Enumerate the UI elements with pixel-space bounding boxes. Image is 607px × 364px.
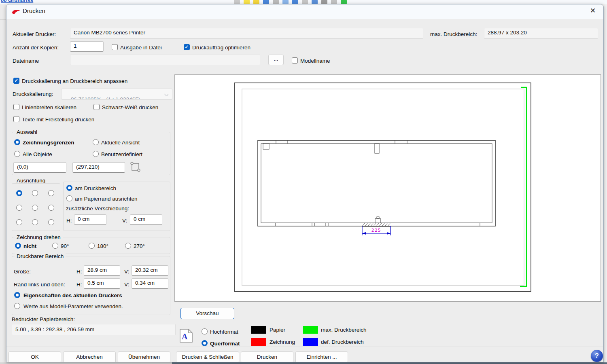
radio-benutzerdefiniert[interactable] bbox=[93, 151, 99, 157]
radio-rotate-90-label: 90° bbox=[61, 243, 69, 250]
linewidths-checkbox[interactable] bbox=[13, 104, 19, 110]
bw-label: Schwarz-Weiß drucken bbox=[102, 104, 158, 111]
dialog-titlebar: Drucken ✕ bbox=[6, 4, 603, 19]
shift-h-input[interactable]: 0 cm bbox=[74, 214, 106, 225]
optimize-checkbox[interactable] bbox=[184, 44, 190, 50]
setup-button[interactable]: Einrichten ... bbox=[295, 351, 348, 362]
printer-field[interactable]: Canon MB2700 series Printer bbox=[70, 28, 423, 39]
bw-checkbox[interactable] bbox=[93, 104, 100, 110]
linewidths-label: Linienbreiten skalieren bbox=[22, 104, 76, 111]
app-logo-icon bbox=[12, 9, 21, 15]
radio-model-params-label: Werte aus Modell-Parameter verwenden. bbox=[23, 303, 123, 310]
range-from-input[interactable]: (0,0) bbox=[13, 162, 66, 173]
radio-am-papierrand[interactable] bbox=[66, 195, 72, 201]
radio-rotate-270-label: 270° bbox=[134, 243, 145, 250]
radio-zeichnungsgrenzen-label: Zeichnungsgrenzen bbox=[23, 140, 74, 146]
dialog-title: Drucken bbox=[23, 7, 45, 14]
radio-hochformat-label: Hochformat bbox=[210, 329, 238, 335]
legend-swatch-max-druckbereich bbox=[303, 326, 318, 334]
radio-printer-properties[interactable] bbox=[14, 292, 20, 298]
radio-rotate-180[interactable] bbox=[89, 243, 95, 249]
size-h-input[interactable]: 28.9 cm bbox=[84, 265, 120, 276]
align-radio-9[interactable] bbox=[48, 219, 54, 225]
shift-v-input[interactable]: 0 cm bbox=[130, 214, 162, 225]
margin-h-input[interactable]: 0.5 cm bbox=[84, 278, 120, 289]
legend-swatch-zeichnung bbox=[251, 338, 266, 346]
fit-to-printarea-checkbox[interactable] bbox=[13, 78, 19, 84]
shift-label: zusätzliche Verschiebung: bbox=[66, 205, 129, 212]
knockout-checkbox[interactable] bbox=[13, 116, 19, 122]
size-v-label: V: bbox=[124, 269, 129, 275]
help-button[interactable]: ? bbox=[591, 350, 603, 362]
background-app-top-strip: 00 Grundriss bbox=[0, 0, 607, 4]
legend-label-def-druckbereich: def. Druckbereich bbox=[321, 339, 364, 345]
radio-alle-objekte-label: Alle Objekte bbox=[23, 151, 52, 158]
print-button[interactable]: Drucken bbox=[241, 351, 293, 362]
align-radio-5[interactable] bbox=[32, 205, 38, 211]
copies-input[interactable]: 1 bbox=[70, 41, 104, 52]
auswahl-title: Auswahl bbox=[15, 129, 39, 135]
align-radio-7[interactable] bbox=[16, 219, 22, 225]
margin-h-label: H: bbox=[76, 281, 82, 288]
vorschau-button[interactable]: Vorschau bbox=[180, 308, 234, 319]
margin-v-label: V: bbox=[124, 281, 129, 288]
modelname-checkbox[interactable] bbox=[292, 57, 298, 63]
scaling-dropdown[interactable]: 96.761905% (1 : 1.033465) bbox=[61, 89, 172, 99]
radio-querformat-label: Querformat bbox=[210, 341, 240, 347]
radio-rotate-180-label: 180° bbox=[97, 243, 108, 250]
background-app-bottom-strip bbox=[0, 362, 607, 364]
background-doc-tab: 00 Grundriss bbox=[1, 0, 33, 3]
preview-canvas: 225 bbox=[175, 75, 601, 301]
apply-button[interactable]: Übernehmen bbox=[118, 351, 170, 362]
ok-button[interactable]: OK bbox=[8, 351, 61, 362]
shift-h-label: H: bbox=[66, 218, 72, 224]
filename-input[interactable] bbox=[70, 55, 260, 65]
margin-v-input[interactable]: 0.34 cm bbox=[132, 278, 168, 289]
legend-label-papier: Papier bbox=[270, 327, 285, 333]
radio-rotate-90[interactable] bbox=[52, 243, 58, 249]
radio-am-papierrand-label: am Papierrand ausrichten bbox=[75, 196, 138, 202]
max-printarea-field: 288.97 x 203.20 bbox=[484, 28, 598, 39]
radio-alle-objekte[interactable] bbox=[14, 151, 20, 157]
align-radio-8[interactable] bbox=[32, 219, 38, 225]
range-to-input[interactable]: (297,210) bbox=[72, 162, 125, 173]
align-radio-2[interactable] bbox=[32, 190, 38, 196]
align-radio-6[interactable] bbox=[48, 205, 54, 211]
align-radio-1[interactable] bbox=[16, 190, 22, 196]
radio-am-druckbereich[interactable] bbox=[66, 185, 72, 191]
align-radio-4[interactable] bbox=[16, 205, 22, 211]
align-radio-3[interactable] bbox=[48, 190, 54, 196]
rubber-band-select-icon[interactable] bbox=[130, 161, 141, 173]
size-label: Größe: bbox=[14, 269, 31, 275]
cancel-button[interactable]: Abbrechen bbox=[63, 351, 116, 362]
paper-outline bbox=[235, 83, 531, 292]
legend-swatch-papier bbox=[251, 326, 266, 334]
copies-label: Anzahl der Kopien: bbox=[13, 44, 59, 51]
radio-querformat[interactable] bbox=[202, 340, 208, 346]
print-close-button[interactable]: Drucken & Schließen bbox=[176, 351, 239, 362]
close-icon[interactable]: ✕ bbox=[588, 6, 598, 15]
radio-zeichnungsgrenzen[interactable] bbox=[14, 139, 20, 145]
radio-aktuelle-ansicht-label: Aktuelle Ansicht bbox=[101, 140, 140, 146]
scaling-value: 96.761905% (1 : 1.033465) bbox=[71, 96, 140, 99]
radio-am-druckbereich-label: am Druckbereich bbox=[75, 185, 116, 192]
radio-hochformat[interactable] bbox=[202, 328, 208, 334]
radio-aktuelle-ansicht[interactable] bbox=[93, 139, 99, 145]
radio-model-params[interactable] bbox=[14, 303, 20, 309]
radio-rotate-none[interactable] bbox=[15, 243, 21, 249]
radio-rotate-270[interactable] bbox=[125, 243, 131, 249]
file-output-checkbox[interactable] bbox=[112, 44, 118, 50]
paper-area-label: Bedruckter Papierbereich: bbox=[12, 316, 75, 323]
radio-printer-properties-label: Eigenschaften des aktuellen Druckers bbox=[23, 292, 122, 299]
ausrichtung-title: Ausrichtung bbox=[15, 178, 47, 184]
size-v-input[interactable]: 20.32 cm bbox=[132, 265, 168, 276]
printer-label: Aktueller Drucker: bbox=[13, 31, 56, 38]
size-h-label: H: bbox=[76, 269, 82, 275]
print-preview-panel: 225 bbox=[174, 74, 601, 302]
radio-rotate-none-label: nicht bbox=[23, 243, 36, 250]
file-output-label: Ausgabe in Datei bbox=[120, 44, 162, 51]
scaling-label: Druckskalierung: bbox=[13, 91, 53, 97]
optimize-label: Druckauftrag optimieren bbox=[192, 44, 250, 51]
browse-button[interactable]: ... bbox=[268, 55, 284, 65]
background-toolbar-icons bbox=[234, 0, 347, 4]
